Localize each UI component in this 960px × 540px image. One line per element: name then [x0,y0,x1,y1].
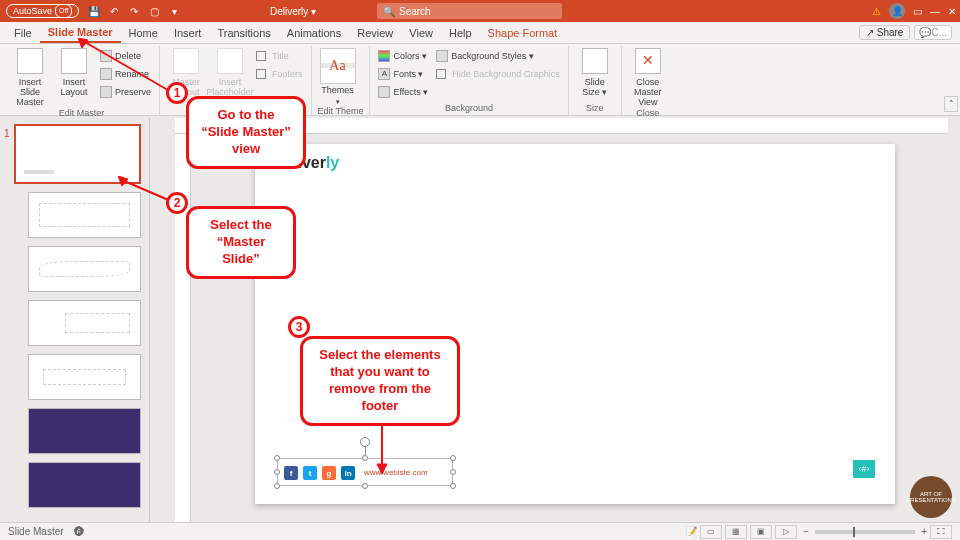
svg-marker-3 [118,176,128,186]
zoom-out-button[interactable]: − [803,526,809,537]
close-master-view-button[interactable]: ✕Close Master View [628,48,668,108]
close-window-icon[interactable]: ✕ [948,6,956,17]
account-avatar[interactable]: 👤 [889,3,905,19]
svg-marker-5 [377,464,387,474]
minimize-icon[interactable]: — [930,6,940,17]
collapse-ribbon-button[interactable]: ˄ [944,96,958,112]
bg-styles-icon [436,50,448,62]
slideshow-view-button[interactable]: ▷ [775,525,797,539]
title-bar: AutoSave Off 💾 ↶ ↷ ▢ ▾ Deliverly ▾ 🔍 Sea… [0,0,960,22]
tab-review[interactable]: Review [349,22,401,43]
rss-icon[interactable]: g [322,466,336,480]
comments-button[interactable]: 💬C... [914,25,952,40]
insert-placeholder-button: Insert Placeholder [210,48,250,98]
watermark-logo: ART OF PRESENTATIONS [910,476,952,518]
slide-number-placeholder[interactable]: ‹#› [853,460,875,478]
undo-icon[interactable]: ↶ [107,4,121,18]
colors-icon [378,50,390,62]
step2-badge: 2 [166,192,188,214]
zoom-in-button[interactable]: + [921,526,927,537]
step2-callout: Select the “Master Slide” [186,206,296,279]
qat-more-icon[interactable]: ▾ [167,4,181,18]
warning-icon[interactable]: ⚠ [872,6,881,17]
step1-badge: 1 [166,82,188,104]
reading-view-button[interactable]: ▣ [750,525,772,539]
status-mode: Slide Master [8,526,64,537]
share-button[interactable]: ↗Share [859,25,911,40]
twitter-icon[interactable]: t [303,466,317,480]
tab-shape-format[interactable]: Shape Format [480,22,566,43]
accessibility-icon[interactable]: 🅐 [74,526,84,537]
footer-selection[interactable]: f t g in www.webiste.com [277,458,453,486]
fit-to-window-button[interactable]: ⛶ [930,525,952,539]
svg-line-0 [83,41,173,93]
tab-view[interactable]: View [401,22,441,43]
rotate-handle[interactable] [360,437,370,447]
master-index: 1 [4,128,10,139]
notes-button[interactable]: 📝 [685,526,697,537]
save-icon[interactable]: 💾 [87,4,101,18]
effects-icon [378,86,390,98]
group-edit-theme: AaThemes▾ Edit Theme [312,46,371,115]
autosave-toggle[interactable]: AutoSave Off [6,4,79,18]
title-checkbox: Title [254,48,305,64]
step3-callout: Select the elements that you want to rem… [300,336,460,426]
group-background: Colors ▾ AFonts ▾ Effects ▾ Background S… [370,46,568,115]
layout-thumbnail-5[interactable] [28,408,141,454]
theme-icon: Aa [320,48,356,84]
linkedin-icon[interactable]: in [341,466,355,480]
layout-thumbnail-3[interactable] [28,300,141,346]
status-bar: Slide Master 🅐 📝 ▭ ▦ ▣ ▷ − + ⛶ [0,522,960,540]
tab-help[interactable]: Help [441,22,480,43]
sorter-view-button[interactable]: ▦ [725,525,747,539]
master-slide-thumbnail[interactable]: 1 [14,124,141,184]
svg-line-2 [122,180,173,202]
fonts-icon: A [378,68,390,80]
group-size: Slide Size ▾ Size [569,46,622,115]
insert-slide-master-button[interactable]: Insert Slide Master [10,48,50,108]
fonts-button[interactable]: AFonts ▾ [376,66,430,82]
layout-thumbnail-4[interactable] [28,354,141,400]
tab-file[interactable]: File [6,22,40,43]
background-styles-button[interactable]: Background Styles ▾ [434,48,562,64]
facebook-icon[interactable]: f [284,466,298,480]
layout-thumbnail-2[interactable] [28,246,141,292]
quick-access-toolbar: 💾 ↶ ↷ ▢ ▾ [87,4,181,18]
zoom-slider[interactable] [815,530,915,534]
search-icon: 🔍 [383,6,395,17]
tab-transitions[interactable]: Transitions [209,22,278,43]
step3-badge: 3 [288,316,310,338]
colors-button[interactable]: Colors ▾ [376,48,430,64]
document-name[interactable]: Deliverly ▾ [270,6,316,17]
step1-callout: Go to the “Slide Master” view [186,96,306,169]
hide-bg-checkbox: Hide Background Graphics [434,66,562,82]
slide-canvas[interactable]: …liverly ‹#› f t g in www.webiste.com [255,144,895,504]
redo-icon[interactable]: ↷ [127,4,141,18]
themes-button[interactable]: AaThemes▾ [318,48,358,106]
layout-thumbnail-6[interactable] [28,462,141,508]
social-icons: f t g in [284,466,355,480]
tab-animations[interactable]: Animations [279,22,349,43]
footers-checkbox: Footers [254,66,305,82]
start-show-icon[interactable]: ▢ [147,4,161,18]
footer-url: www.webiste.com [364,468,428,477]
ribbon-display-icon[interactable]: ▭ [913,6,922,17]
search-box[interactable]: 🔍 Search [377,3,562,19]
normal-view-button[interactable]: ▭ [700,525,722,539]
group-close: ✕Close Master View Close [622,46,674,115]
slide-size-button[interactable]: Slide Size ▾ [575,48,615,98]
effects-button[interactable]: Effects ▾ [376,84,430,100]
